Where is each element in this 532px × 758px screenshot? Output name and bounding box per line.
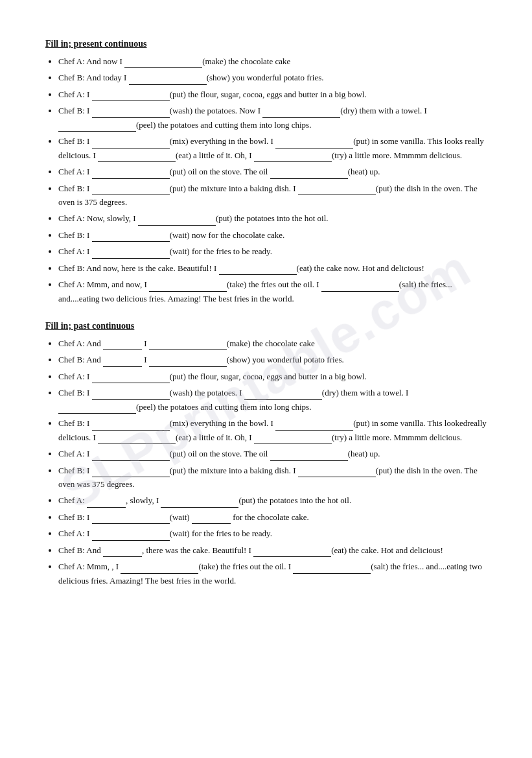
- list-item: Chef A: I (put) oil on the stove. The oi…: [58, 165, 487, 178]
- blank[interactable]: [270, 452, 348, 461]
- list-item: Chef A: And now I (make) the chocolate c…: [58, 54, 487, 68]
- blank[interactable]: [244, 391, 322, 400]
- section-title-present: Fill in; present continuous: [45, 39, 487, 49]
- blank[interactable]: [92, 109, 170, 118]
- blank[interactable]: [219, 266, 297, 275]
- blank[interactable]: [103, 341, 142, 350]
- blank[interactable]: [138, 217, 216, 226]
- past-list: Chef A: And I (make) the chocolate cake …: [45, 337, 487, 587]
- blank[interactable]: [92, 233, 170, 242]
- blank[interactable]: [192, 515, 231, 524]
- list-item: Chef B: And now, here is the cake. Beaut…: [58, 261, 487, 275]
- list-item: Chef B: I (wait) for the chocolate cake.: [58, 510, 487, 524]
- list-item: Chef B: I (wash) the potatoes. I (dry) t…: [58, 386, 487, 414]
- blank[interactable]: [92, 515, 170, 524]
- blank[interactable]: [149, 358, 227, 367]
- blank[interactable]: [92, 92, 170, 101]
- blank[interactable]: [254, 435, 332, 444]
- blank[interactable]: [98, 435, 176, 444]
- list-item: Chef A: I (wait) for the fries to be rea…: [58, 527, 487, 540]
- list-item: Chef A: And I (make) the chocolate cake: [58, 337, 487, 350]
- section-present: Fill in; present continuous Chef A: And …: [45, 39, 487, 305]
- list-item: Chef B: I (put) the mixture into a bakin…: [58, 182, 487, 209]
- list-item: Chef B: I (mix) everything in the bowl. …: [58, 416, 487, 444]
- list-item: Chef A: , slowly, I (put) the potatoes i…: [58, 493, 487, 507]
- section-title-past: Fill in; past continuous: [45, 321, 487, 331]
- blank[interactable]: [92, 391, 170, 400]
- list-item: Chef A: I (put) oil on the stove. The oi…: [58, 447, 487, 460]
- list-item: Chef A: Now, slowly, I (put) the potatoe…: [58, 211, 487, 225]
- list-item: Chef B: I (put) the mixture into a bakin…: [58, 464, 487, 492]
- blank[interactable]: [293, 565, 371, 574]
- list-item: Chef B: I (wash) the potatoes. Now I (dr…: [58, 104, 487, 132]
- blank[interactable]: [92, 532, 170, 541]
- blank[interactable]: [149, 283, 227, 292]
- blank[interactable]: [262, 109, 340, 118]
- blank[interactable]: [92, 186, 170, 195]
- list-item: Chef A: I (put) the flour, sugar, cocoa,…: [58, 370, 487, 383]
- list-item: Chef B: And , there was the cake. Beauti…: [58, 543, 487, 557]
- blank[interactable]: [92, 170, 170, 179]
- page-content: Fill in; present continuous Chef A: And …: [45, 39, 487, 587]
- blank[interactable]: [161, 499, 238, 508]
- blank[interactable]: [298, 468, 376, 477]
- list-item: Chef B: I (mix) everything in the bowl. …: [58, 134, 487, 162]
- section-past: Fill in; past continuous Chef A: And I (…: [45, 321, 487, 587]
- blank[interactable]: [92, 250, 170, 259]
- list-item: Chef B: I (wait) now for the chocolate c…: [58, 228, 487, 242]
- blank[interactable]: [92, 421, 170, 431]
- blank[interactable]: [121, 565, 198, 574]
- blank[interactable]: [275, 139, 353, 148]
- blank[interactable]: [103, 548, 142, 557]
- list-item: Chef A: Mmm, , I (take) the fries out th…: [58, 560, 487, 587]
- list-item: Chef B: And today I (show) you wonderful…: [58, 71, 487, 84]
- blank[interactable]: [254, 153, 332, 162]
- list-item: Chef B: And I (show) you wonderful potat…: [58, 353, 487, 366]
- blank[interactable]: [298, 186, 376, 195]
- blank[interactable]: [103, 358, 142, 367]
- blank[interactable]: [58, 123, 136, 132]
- blank[interactable]: [92, 139, 170, 148]
- blank[interactable]: [58, 405, 136, 414]
- list-item: Chef A: I (put) the flour, sugar, cocoa,…: [58, 88, 487, 101]
- blank[interactable]: [129, 76, 207, 85]
- blank[interactable]: [270, 170, 348, 179]
- blank[interactable]: [321, 283, 399, 292]
- blank[interactable]: [92, 374, 170, 383]
- list-item: Chef A: Mmm, and now, I (take) the fries…: [58, 278, 487, 305]
- blank[interactable]: [98, 153, 176, 162]
- list-item: Chef A: I (wait) for the fries to be rea…: [58, 244, 487, 258]
- blank[interactable]: [92, 468, 170, 477]
- blank[interactable]: [275, 421, 353, 431]
- blank[interactable]: [92, 452, 170, 461]
- blank[interactable]: [253, 548, 331, 557]
- present-list: Chef A: And now I (make) the chocolate c…: [45, 54, 487, 305]
- blank[interactable]: [87, 499, 126, 508]
- blank[interactable]: [149, 341, 227, 350]
- blank[interactable]: [124, 59, 202, 68]
